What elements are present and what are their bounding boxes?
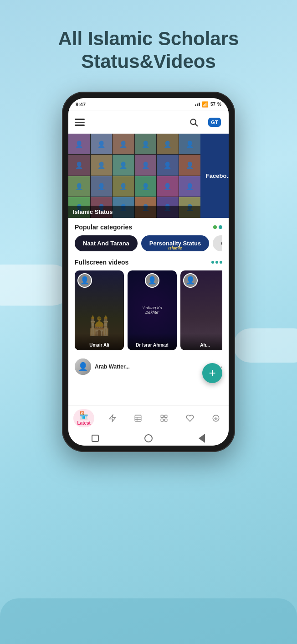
triangle-icon	[199, 434, 205, 443]
android-nav	[68, 431, 229, 446]
fab-button[interactable]: +	[202, 363, 222, 383]
video-card-3[interactable]: 👤 Ah...	[180, 270, 222, 350]
category-dots-indicator	[213, 225, 222, 229]
search-button[interactable]	[186, 114, 201, 130]
flash-icon	[108, 414, 117, 422]
video-title-3: Ah...	[180, 333, 222, 350]
page-header: All Islamic Scholars Status&Videos	[0, 0, 297, 87]
phone-screen: 9:47 📶 57 %	[68, 98, 229, 446]
nav-icon-latest: 🏪	[79, 411, 88, 420]
translate-button[interactable]: GT	[207, 114, 222, 130]
dot-more-2	[215, 261, 218, 264]
wifi-icon: 📶	[202, 101, 209, 108]
chip-more[interactable]: Qu...	[213, 235, 222, 251]
chip-personality-status[interactable]: Personality Status Islamic	[141, 235, 209, 251]
grid-cell-13	[68, 176, 90, 197]
nav-item-grid[interactable]	[156, 412, 172, 424]
banner-slider[interactable]: Islamic Status Facebo...	[68, 134, 229, 218]
signal-bar-2	[197, 104, 198, 106]
dot-more-3	[220, 261, 222, 264]
grid-cell-8	[91, 155, 113, 176]
status-time: 9:47	[76, 102, 86, 107]
fullscreen-videos-header: Fullscreen videos	[75, 259, 222, 266]
fullscreen-videos-title: Fullscreen videos	[75, 259, 128, 266]
peek-avatar: 👤	[75, 358, 91, 375]
svg-rect-8	[165, 415, 167, 418]
battery-icon: %	[217, 102, 221, 107]
grid-cell-9	[113, 155, 134, 176]
heart-icon	[186, 414, 194, 422]
svg-rect-3	[135, 415, 142, 422]
list-icon	[134, 414, 142, 422]
hamburger-line-1	[75, 119, 85, 120]
page-title-line1: All Islamic Scholars	[58, 28, 239, 49]
grid-cell-12	[179, 155, 201, 176]
hamburger-line-3	[75, 125, 85, 126]
menu-button[interactable]	[75, 119, 85, 126]
download-icon	[212, 414, 220, 422]
banner-main-label: Islamic Status	[68, 206, 200, 218]
peek-section-info: Arab Watter...	[95, 364, 216, 370]
android-recents-button[interactable]	[90, 433, 101, 444]
chip-label-1: Naat And Tarana	[83, 240, 129, 247]
video-card-1[interactable]: 👤 🕌 Umair Ali	[75, 270, 124, 350]
popular-categories-header: Popular categories	[75, 223, 222, 231]
svg-rect-10	[165, 419, 167, 421]
wave-decoration-bottom	[0, 598, 297, 644]
android-home-button[interactable]	[143, 433, 154, 444]
signal-bar-1	[195, 104, 196, 106]
video-avatar-3: 👤	[183, 273, 198, 288]
bottom-nav: 🏪 Latest	[68, 405, 229, 431]
svg-marker-2	[109, 415, 116, 422]
grid-cell-6	[179, 134, 201, 155]
fullscreen-videos-section: Fullscreen videos 👤	[68, 253, 229, 354]
nav-item-download[interactable]	[208, 412, 224, 424]
circle-icon	[144, 434, 153, 442]
chip-naat-and-tarana[interactable]: Naat And Tarana	[75, 235, 138, 251]
popular-categories-title: Popular categories	[75, 223, 132, 231]
video-avatar-2: 👤	[145, 273, 159, 288]
banner-side[interactable]: Facebo...	[200, 134, 229, 218]
more-options-dots[interactable]	[211, 261, 222, 264]
video-title-1: Umair Ali	[75, 333, 124, 350]
grid-cell-15	[113, 176, 134, 197]
nav-item-latest[interactable]: 🏪 Latest	[73, 409, 94, 427]
translate-label: GT	[208, 118, 220, 127]
svg-rect-9	[161, 419, 163, 421]
grid-cell-11	[157, 155, 179, 176]
banner-side-label: Facebo...	[206, 172, 229, 179]
video-avatar-1: 👤	[77, 273, 92, 288]
grid-cell-14	[91, 176, 113, 197]
grid-cell-17	[157, 176, 179, 197]
svg-rect-7	[161, 415, 163, 418]
banner-main: Islamic Status	[68, 134, 200, 218]
grid-cell-16	[135, 176, 157, 197]
video-cards-row: 👤 🕌 Umair Ali 👤 'Aafaaq Ko Dekhte'	[75, 270, 222, 354]
dot-1	[213, 225, 217, 229]
fab-spacer: +	[68, 377, 229, 386]
video-overlay-text: 'Aafaaq Ko Dekhte'	[140, 306, 164, 315]
page-title-line2: Status&Videos	[81, 51, 216, 72]
popular-categories-section: Popular categories Naat And Tarana	[68, 218, 229, 253]
grid-cell-18	[179, 176, 201, 197]
grid-cell-1	[68, 134, 90, 155]
video-card-2[interactable]: 👤 'Aafaaq Ko Dekhte' Dr Israr Ahmad	[128, 270, 177, 350]
app-bar: GT	[68, 111, 229, 134]
signal-bar-3	[199, 103, 200, 106]
nav-item-list[interactable]	[130, 412, 146, 424]
nav-item-flash[interactable]	[105, 412, 120, 424]
video-title-2: Dr Israr Ahmad	[128, 333, 177, 350]
status-bar: 9:47 📶 57 %	[68, 98, 229, 111]
dot-2	[219, 225, 222, 229]
grid-cell-3	[113, 134, 134, 155]
svg-line-1	[195, 124, 198, 126]
app-bar-icons: GT	[186, 114, 222, 130]
android-back-button[interactable]	[196, 433, 207, 444]
status-icons: 📶 57 %	[195, 101, 221, 108]
nav-label-latest: Latest	[77, 421, 90, 426]
nav-item-favorites[interactable]	[182, 412, 198, 424]
hamburger-line-2	[75, 122, 85, 123]
grid-cell-7	[68, 155, 90, 176]
category-chips-row: Naat And Tarana Personality Status Islam…	[75, 235, 222, 253]
grid-cell-5	[157, 134, 179, 155]
